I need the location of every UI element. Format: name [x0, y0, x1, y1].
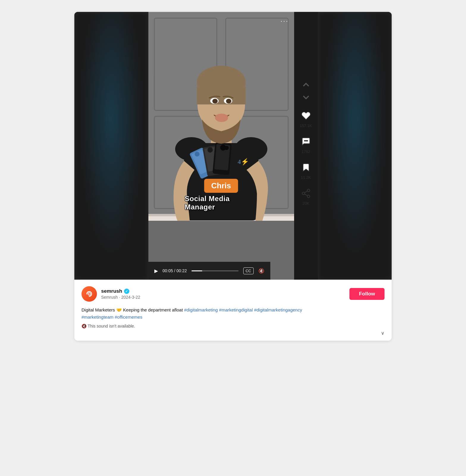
next-video-button[interactable]	[301, 92, 311, 103]
mute-button[interactable]: 🔇	[258, 268, 264, 274]
comment-count: 1782	[302, 149, 310, 154]
share-count: 20K	[302, 201, 309, 206]
sidebar-actions: 157.1K 1782	[294, 12, 318, 280]
svg-line-37	[305, 191, 307, 193]
svg-point-13	[235, 137, 267, 161]
svg-point-30	[304, 140, 305, 141]
like-icon	[299, 109, 313, 123]
post-caption: Digital Marketers 🤝 Keeping the departme…	[81, 306, 385, 321]
progress-fill	[192, 270, 202, 271]
hashtag-1[interactable]: #digitalmarketing	[184, 307, 218, 312]
verified-badge: ✓	[124, 289, 129, 294]
bookmark-action[interactable]: 11.2K	[299, 160, 313, 180]
hashtag-4[interactable]: #marketingteam	[81, 314, 114, 320]
svg-point-28	[226, 99, 231, 104]
svg-point-34	[302, 192, 305, 195]
hashtag-3[interactable]: #digitalmarketingagency	[254, 307, 302, 312]
svg-point-29	[215, 114, 228, 122]
more-options-button[interactable]: ···	[280, 17, 288, 25]
bookmark-count: 11.2K	[301, 175, 311, 180]
share-action[interactable]: 20K	[299, 186, 313, 206]
follow-button[interactable]: Follow	[349, 288, 385, 300]
comment-action[interactable]: 1782	[299, 134, 313, 154]
svg-point-32	[307, 140, 307, 141]
comment-icon	[299, 134, 313, 149]
person-title-badge: Social Media Manager	[185, 195, 258, 211]
svg-point-35	[307, 195, 310, 198]
cc-button[interactable]: CC	[243, 267, 254, 274]
bookmark-icon	[299, 160, 313, 175]
svg-line-36	[305, 194, 307, 196]
post-card: 4⚡ Chri	[74, 12, 392, 341]
svg-point-33	[307, 189, 310, 192]
svg-rect-9	[197, 87, 246, 104]
person-name-badge: Chris	[204, 179, 238, 193]
name-tag-overlay: Chris Social Media Manager	[185, 179, 258, 211]
time-display: 00:05 / 00:22	[163, 268, 187, 273]
author-name[interactable]: semrush	[101, 288, 122, 294]
share-icon	[299, 186, 313, 201]
blur-panel-left	[74, 12, 148, 280]
like-count: 157.1K	[300, 123, 312, 128]
svg-point-27	[212, 99, 218, 104]
svg-point-31	[305, 140, 306, 141]
hashtag-5[interactable]: #officememes	[115, 314, 142, 320]
hashtag-2[interactable]: #marketingdigital	[219, 307, 253, 312]
like-action[interactable]: 157.1K	[299, 109, 313, 128]
collapse-row: ∨	[81, 330, 385, 336]
collapse-button[interactable]: ∨	[381, 330, 385, 336]
prev-video-button[interactable]	[301, 79, 311, 90]
author-avatar[interactable]	[81, 286, 97, 302]
blur-panel-right	[318, 12, 392, 280]
author-name-row: semrush ✓	[101, 288, 345, 294]
author-meta: Semrush · 2024-3-22	[101, 295, 345, 300]
svg-point-40	[89, 293, 90, 295]
play-button[interactable]: ▶	[154, 268, 158, 274]
sound-notice: 🔇 This sound isn't available.	[81, 324, 385, 328]
author-details: semrush ✓ Semrush · 2024-3-22	[101, 288, 345, 300]
video-frame: 4⚡ Chri	[148, 12, 294, 280]
post-info: semrush ✓ Semrush · 2024-3-22 Follow Dig…	[74, 280, 392, 341]
svg-text:4⚡: 4⚡	[238, 158, 249, 166]
author-row: semrush ✓ Semrush · 2024-3-22 Follow	[81, 286, 385, 302]
progress-bar[interactable]	[192, 270, 238, 271]
navigation-arrows	[301, 79, 311, 103]
video-container: 4⚡ Chri	[74, 12, 392, 280]
video-controls-bar: ▶ 00:05 / 00:22 CC 🔇	[148, 262, 270, 280]
